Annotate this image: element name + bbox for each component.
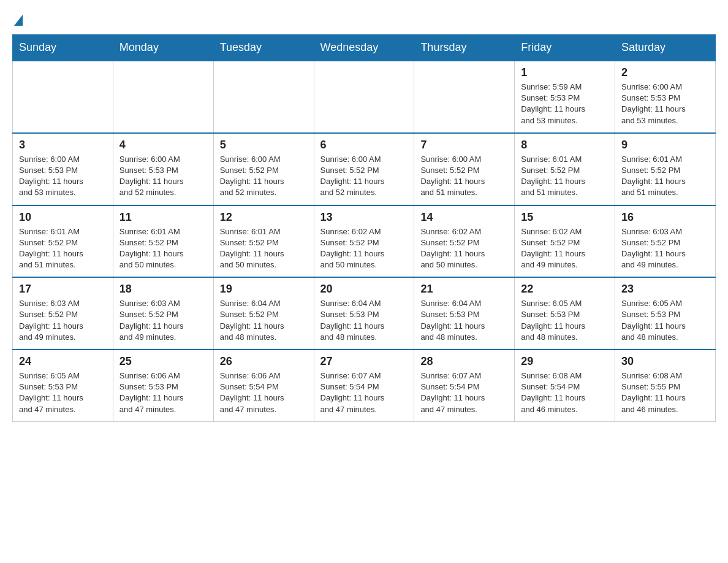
day-info: Sunrise: 6:01 AM Sunset: 5:52 PM Dayligh…	[220, 226, 308, 271]
day-info: Sunrise: 6:07 AM Sunset: 5:54 PM Dayligh…	[320, 370, 408, 415]
day-number: 14	[420, 211, 508, 224]
day-number: 15	[521, 211, 609, 224]
weekday-header-thursday: Thursday	[414, 35, 515, 61]
week-row-1: 1Sunrise: 5:59 AM Sunset: 5:53 PM Daylig…	[13, 61, 716, 133]
logo-triangle-icon	[14, 15, 23, 26]
weekday-header-saturday: Saturday	[615, 35, 716, 61]
weekday-header-tuesday: Tuesday	[213, 35, 314, 61]
weekday-header-friday: Friday	[515, 35, 615, 61]
day-number: 16	[621, 211, 709, 224]
day-number: 25	[119, 355, 207, 368]
calendar-cell: 3Sunrise: 6:00 AM Sunset: 5:53 PM Daylig…	[13, 133, 113, 205]
week-row-3: 10Sunrise: 6:01 AM Sunset: 5:52 PM Dayli…	[13, 205, 716, 278]
calendar-cell: 24Sunrise: 6:05 AM Sunset: 5:53 PM Dayli…	[13, 350, 113, 421]
page-header	[12, 12, 716, 22]
day-info: Sunrise: 6:01 AM Sunset: 5:52 PM Dayligh…	[521, 154, 609, 199]
calendar-cell: 9Sunrise: 6:01 AM Sunset: 5:52 PM Daylig…	[615, 133, 716, 205]
calendar-cell: 22Sunrise: 6:05 AM Sunset: 5:53 PM Dayli…	[515, 277, 615, 350]
day-number: 7	[420, 139, 508, 151]
day-number: 24	[19, 355, 107, 368]
weekday-header-sunday: Sunday	[13, 35, 113, 61]
day-number: 29	[521, 355, 609, 368]
day-number: 8	[521, 139, 609, 151]
day-info: Sunrise: 6:03 AM Sunset: 5:52 PM Dayligh…	[19, 298, 107, 343]
calendar-table: SundayMondayTuesdayWednesdayThursdayFrid…	[12, 34, 716, 422]
day-number: 30	[621, 355, 709, 368]
day-number: 18	[119, 283, 207, 296]
calendar-cell: 20Sunrise: 6:04 AM Sunset: 5:53 PM Dayli…	[314, 277, 414, 350]
week-row-2: 3Sunrise: 6:00 AM Sunset: 5:53 PM Daylig…	[13, 133, 716, 205]
day-number: 10	[19, 211, 107, 224]
calendar-cell: 2Sunrise: 6:00 AM Sunset: 5:53 PM Daylig…	[615, 61, 716, 133]
calendar-cell: 15Sunrise: 6:02 AM Sunset: 5:52 PM Dayli…	[515, 205, 615, 278]
day-number: 11	[119, 211, 207, 224]
day-number: 12	[220, 211, 308, 224]
day-number: 1	[521, 66, 609, 79]
calendar-cell: 7Sunrise: 6:00 AM Sunset: 5:52 PM Daylig…	[414, 133, 515, 205]
day-info: Sunrise: 6:03 AM Sunset: 5:52 PM Dayligh…	[119, 298, 207, 343]
calendar-cell: 26Sunrise: 6:06 AM Sunset: 5:54 PM Dayli…	[213, 350, 314, 421]
calendar-cell: 19Sunrise: 6:04 AM Sunset: 5:52 PM Dayli…	[213, 277, 314, 350]
calendar-cell: 1Sunrise: 5:59 AM Sunset: 5:53 PM Daylig…	[515, 61, 615, 133]
day-number: 27	[320, 355, 408, 368]
day-info: Sunrise: 6:00 AM Sunset: 5:53 PM Dayligh…	[119, 154, 207, 199]
day-info: Sunrise: 6:08 AM Sunset: 5:54 PM Dayligh…	[521, 370, 609, 415]
calendar-cell	[314, 61, 414, 133]
day-info: Sunrise: 6:04 AM Sunset: 5:52 PM Dayligh…	[220, 298, 308, 343]
day-info: Sunrise: 5:59 AM Sunset: 5:53 PM Dayligh…	[521, 82, 609, 126]
day-info: Sunrise: 6:00 AM Sunset: 5:53 PM Dayligh…	[19, 154, 107, 199]
day-number: 13	[320, 211, 408, 224]
day-info: Sunrise: 6:02 AM Sunset: 5:52 PM Dayligh…	[420, 226, 508, 271]
day-info: Sunrise: 6:01 AM Sunset: 5:52 PM Dayligh…	[119, 226, 207, 271]
day-number: 17	[19, 283, 107, 296]
day-number: 19	[220, 283, 308, 296]
day-info: Sunrise: 6:00 AM Sunset: 5:52 PM Dayligh…	[420, 154, 508, 199]
calendar-cell: 5Sunrise: 6:00 AM Sunset: 5:52 PM Daylig…	[213, 133, 314, 205]
day-number: 4	[119, 139, 207, 151]
calendar-cell: 8Sunrise: 6:01 AM Sunset: 5:52 PM Daylig…	[515, 133, 615, 205]
day-number: 22	[521, 283, 609, 296]
calendar-cell: 14Sunrise: 6:02 AM Sunset: 5:52 PM Dayli…	[414, 205, 515, 278]
logo	[12, 12, 23, 22]
calendar-cell: 25Sunrise: 6:06 AM Sunset: 5:53 PM Dayli…	[113, 350, 213, 421]
day-info: Sunrise: 6:05 AM Sunset: 5:53 PM Dayligh…	[521, 298, 609, 343]
calendar-cell: 13Sunrise: 6:02 AM Sunset: 5:52 PM Dayli…	[314, 205, 414, 278]
calendar-cell: 6Sunrise: 6:00 AM Sunset: 5:52 PM Daylig…	[314, 133, 414, 205]
day-info: Sunrise: 6:05 AM Sunset: 5:53 PM Dayligh…	[19, 370, 107, 415]
calendar-cell	[113, 61, 213, 133]
calendar-cell: 27Sunrise: 6:07 AM Sunset: 5:54 PM Dayli…	[314, 350, 414, 421]
day-info: Sunrise: 6:06 AM Sunset: 5:53 PM Dayligh…	[119, 370, 207, 415]
day-info: Sunrise: 6:00 AM Sunset: 5:53 PM Dayligh…	[621, 82, 709, 126]
calendar-cell	[13, 61, 113, 133]
calendar-cell: 18Sunrise: 6:03 AM Sunset: 5:52 PM Dayli…	[113, 277, 213, 350]
day-info: Sunrise: 6:05 AM Sunset: 5:53 PM Dayligh…	[621, 298, 709, 343]
week-row-5: 24Sunrise: 6:05 AM Sunset: 5:53 PM Dayli…	[13, 350, 716, 421]
weekday-header-monday: Monday	[113, 35, 213, 61]
day-info: Sunrise: 6:02 AM Sunset: 5:52 PM Dayligh…	[521, 226, 609, 271]
day-info: Sunrise: 6:06 AM Sunset: 5:54 PM Dayligh…	[220, 370, 308, 415]
day-info: Sunrise: 6:03 AM Sunset: 5:52 PM Dayligh…	[621, 226, 709, 271]
calendar-cell: 12Sunrise: 6:01 AM Sunset: 5:52 PM Dayli…	[213, 205, 314, 278]
calendar-cell: 30Sunrise: 6:08 AM Sunset: 5:55 PM Dayli…	[615, 350, 716, 421]
day-number: 2	[621, 66, 709, 79]
day-number: 26	[220, 355, 308, 368]
weekday-header-row: SundayMondayTuesdayWednesdayThursdayFrid…	[13, 35, 716, 61]
day-number: 6	[320, 139, 408, 151]
day-info: Sunrise: 6:00 AM Sunset: 5:52 PM Dayligh…	[320, 154, 408, 199]
calendar-cell: 21Sunrise: 6:04 AM Sunset: 5:53 PM Dayli…	[414, 277, 515, 350]
day-number: 9	[621, 139, 709, 151]
day-number: 23	[621, 283, 709, 296]
calendar-cell: 11Sunrise: 6:01 AM Sunset: 5:52 PM Dayli…	[113, 205, 213, 278]
day-number: 20	[320, 283, 408, 296]
weekday-header-wednesday: Wednesday	[314, 35, 414, 61]
calendar-cell	[414, 61, 515, 133]
day-info: Sunrise: 6:04 AM Sunset: 5:53 PM Dayligh…	[320, 298, 408, 343]
calendar-cell: 23Sunrise: 6:05 AM Sunset: 5:53 PM Dayli…	[615, 277, 716, 350]
day-number: 3	[19, 139, 107, 151]
day-number: 5	[220, 139, 308, 151]
day-info: Sunrise: 6:08 AM Sunset: 5:55 PM Dayligh…	[621, 370, 709, 415]
calendar-cell: 16Sunrise: 6:03 AM Sunset: 5:52 PM Dayli…	[615, 205, 716, 278]
calendar-cell: 4Sunrise: 6:00 AM Sunset: 5:53 PM Daylig…	[113, 133, 213, 205]
day-info: Sunrise: 6:01 AM Sunset: 5:52 PM Dayligh…	[19, 226, 107, 271]
day-info: Sunrise: 6:07 AM Sunset: 5:54 PM Dayligh…	[420, 370, 508, 415]
